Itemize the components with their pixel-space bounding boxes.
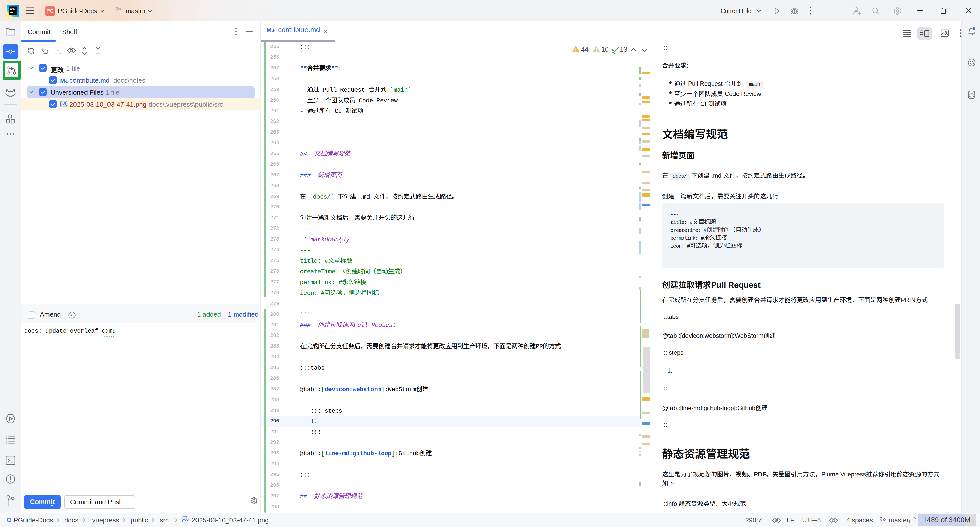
svg-text:M: M [60, 78, 65, 84]
svg-text:M: M [267, 27, 271, 33]
svg-text:WS: WS [10, 7, 15, 11]
